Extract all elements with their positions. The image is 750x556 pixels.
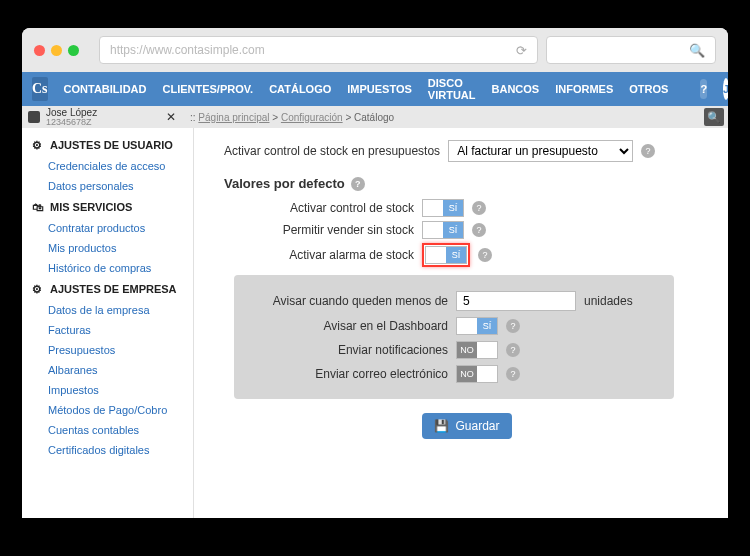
sidebar-item-presupuestos[interactable]: Presupuestos	[22, 340, 193, 360]
main-content: Activar control de stock en presupuestos…	[194, 128, 728, 518]
sidebar-item-certificados[interactable]: Certificados digitales	[22, 440, 193, 460]
gear-icon: ⚙	[32, 139, 44, 151]
breadcrumb: :: Página principal > Configuración > Ca…	[182, 112, 402, 123]
help-icon[interactable]: ?	[506, 367, 520, 381]
nav-catalogo[interactable]: CATÁLOGO	[269, 83, 331, 95]
defaults-heading: Valores por defecto?	[224, 176, 710, 191]
save-icon: 💾	[434, 419, 449, 433]
help-icon[interactable]: ?	[351, 177, 365, 191]
label-activar-stock: Activar control de stock	[224, 201, 414, 215]
user-id: 12345678Z	[46, 118, 97, 127]
nav-informes[interactable]: INFORMES	[555, 83, 613, 95]
sidebar-item-contratar[interactable]: Contratar productos	[22, 218, 193, 238]
search-icon: 🔍	[689, 43, 705, 58]
select-stock-presupuestos[interactable]: Al facturar un presupuesto	[448, 140, 633, 162]
window-controls[interactable]	[34, 45, 79, 56]
label-enviar-notif: Enviar notificaciones	[248, 343, 448, 357]
minimize-dot[interactable]	[51, 45, 62, 56]
sidebar-item-credenciales[interactable]: Credenciales de acceso	[22, 156, 193, 176]
nav-bancos[interactable]: BANCOS	[492, 83, 540, 95]
sidebar-item-datos-empresa[interactable]: Datos de la empresa	[22, 300, 193, 320]
sidebar-item-facturas[interactable]: Facturas	[22, 320, 193, 340]
sidebar-item-datos-personales[interactable]: Datos personales	[22, 176, 193, 196]
label-stock-presupuestos: Activar control de stock en presupuestos	[224, 144, 440, 158]
label-vender-sin-stock: Permitir vender sin stock	[224, 223, 414, 237]
browser-search[interactable]: 🔍	[546, 36, 716, 64]
toggle-alarma-stock[interactable]: SÍ	[425, 246, 467, 264]
label-unidades: unidades	[584, 294, 633, 308]
nav-clientes[interactable]: CLIENTES/PROV.	[162, 83, 253, 95]
toggle-vender-sin-stock[interactable]: SÍ	[422, 221, 464, 239]
url-input[interactable]: https://www.contasimple.com ⟳	[99, 36, 538, 64]
crumb-catalogo: Catálogo	[354, 112, 394, 123]
help-icon[interactable]: ?	[641, 144, 655, 158]
user-avatar[interactable]: J	[723, 78, 728, 100]
bag-icon: 🛍	[32, 201, 44, 213]
sidebar-section-usuario: ⚙AJUSTES DE USUARIO	[22, 134, 193, 156]
toggle-enviar-notif[interactable]: NO	[456, 341, 498, 359]
save-button[interactable]: 💾 Guardar	[422, 413, 511, 439]
label-alarma-stock: Activar alarma de stock	[224, 248, 414, 262]
nav-otros[interactable]: OTROS	[629, 83, 668, 95]
sidebar-item-cuentas[interactable]: Cuentas contables	[22, 420, 193, 440]
sidebar: ⚙AJUSTES DE USUARIO Credenciales de acce…	[22, 128, 194, 518]
alarm-settings-panel: Avisar cuando queden menos de unidades A…	[234, 275, 674, 399]
help-icon[interactable]: ?	[472, 223, 486, 237]
label-avisar-dashboard: Avisar en el Dashboard	[248, 319, 448, 333]
help-icon[interactable]: ?	[478, 248, 492, 262]
nav-disco[interactable]: DISCO VIRTUAL	[428, 77, 476, 101]
sidebar-section-empresa: ⚙AJUSTES DE EMPRESA	[22, 278, 193, 300]
sidebar-item-impuestos[interactable]: Impuestos	[22, 380, 193, 400]
label-enviar-email: Enviar correo electrónico	[248, 367, 448, 381]
help-icon[interactable]: ?	[472, 201, 486, 215]
crumb-config[interactable]: Configuración	[281, 112, 343, 123]
nav-impuestos[interactable]: IMPUESTOS	[347, 83, 412, 95]
user-block: Jose López 12345678Z ✕	[22, 108, 182, 127]
sidebar-section-servicios: 🛍MIS SERVICIOS	[22, 196, 193, 218]
user-icon	[28, 111, 40, 123]
toggle-enviar-email[interactable]: NO	[456, 365, 498, 383]
refresh-icon[interactable]: ⟳	[516, 43, 527, 58]
nav-contabilidad[interactable]: CONTABILIDAD	[64, 83, 147, 95]
crumb-home[interactable]: Página principal	[198, 112, 269, 123]
help-icon[interactable]: ?	[700, 79, 707, 99]
user-name: Jose López	[46, 108, 97, 118]
highlight-box: SÍ	[422, 243, 470, 267]
label-avisar-menos: Avisar cuando queden menos de	[248, 294, 448, 308]
maximize-dot[interactable]	[68, 45, 79, 56]
input-avisar-cantidad[interactable]	[456, 291, 576, 311]
sidebar-item-albaranes[interactable]: Albaranes	[22, 360, 193, 380]
sub-header: Jose López 12345678Z ✕ :: Página princip…	[22, 106, 728, 128]
toggle-avisar-dashboard[interactable]: SÍ	[456, 317, 498, 335]
close-user-icon[interactable]: ✕	[166, 110, 176, 124]
sidebar-item-historico[interactable]: Histórico de compras	[22, 258, 193, 278]
sidebar-item-mis-productos[interactable]: Mis productos	[22, 238, 193, 258]
help-icon[interactable]: ?	[506, 343, 520, 357]
help-icon[interactable]: ?	[506, 319, 520, 333]
toggle-activar-stock[interactable]: SÍ	[422, 199, 464, 217]
gear-icon: ⚙	[32, 283, 44, 295]
url-text: https://www.contasimple.com	[110, 43, 265, 57]
app-logo[interactable]: Cs	[32, 77, 48, 101]
page-search-icon[interactable]: 🔍	[704, 108, 724, 126]
browser-titlebar: https://www.contasimple.com ⟳ 🔍	[22, 28, 728, 72]
close-dot[interactable]	[34, 45, 45, 56]
sidebar-item-metodos-pago[interactable]: Métodos de Pago/Cobro	[22, 400, 193, 420]
app-navbar: Cs CONTABILIDAD CLIENTES/PROV. CATÁLOGO …	[22, 72, 728, 106]
